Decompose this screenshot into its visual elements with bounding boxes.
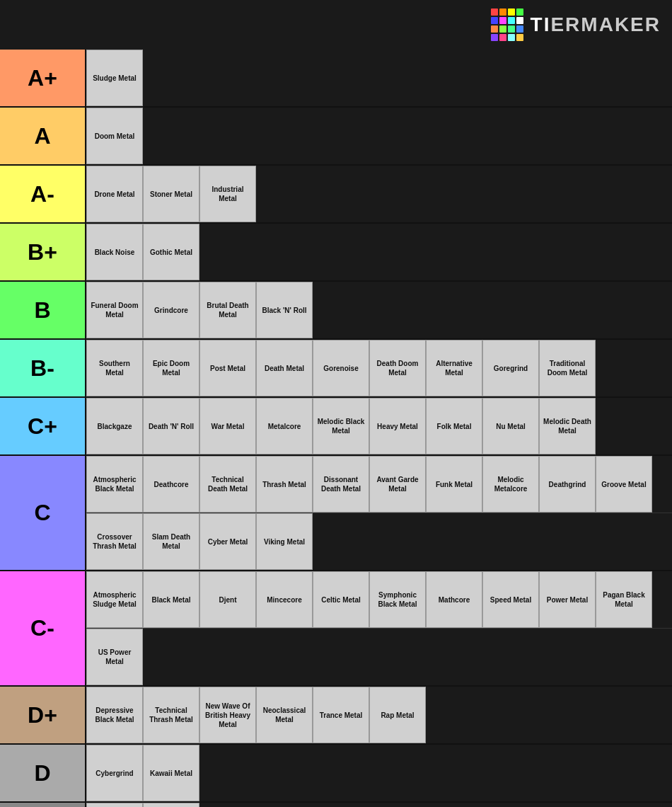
tier-items-bminus: Southern MetalEpic Doom MetalPost MetalD… xyxy=(85,340,672,396)
tier-item[interactable]: Post Metal xyxy=(199,340,256,396)
tier-items-dminus: Symphonic MetalProgressive Metal xyxy=(85,803,672,807)
tier-row-a: ADoom Metal xyxy=(0,108,672,166)
tier-item[interactable]: Speed Metal xyxy=(482,571,539,628)
tier-row-dplus: D+Depressive Black MetalTechnical Thrash… xyxy=(0,687,672,745)
tier-label-cminus: C- xyxy=(0,571,85,685)
tier-items-aminus: Drone MetalStoner MetalIndustrial Metal xyxy=(85,166,672,222)
tier-items-b: Funeral Doom MetalGrindcoreBrutal Death … xyxy=(85,282,672,338)
tier-item[interactable]: Funeral Doom Metal xyxy=(86,282,143,338)
tier-row-d: DCybergrindKawaii Metal xyxy=(0,745,672,803)
tier-label-dminus: D- xyxy=(0,803,85,807)
tier-item[interactable]: Viking Metal xyxy=(256,513,313,570)
tier-item[interactable]: Metalcore xyxy=(256,398,313,454)
tier-item[interactable]: Groove Metal xyxy=(596,456,652,513)
tier-item[interactable]: Traditional Doom Metal xyxy=(539,340,596,396)
tier-item[interactable]: Symphonic Metal xyxy=(86,803,143,807)
tier-row-aplus: A+Sludge Metal xyxy=(0,50,672,108)
tier-item[interactable]: Thrash Metal xyxy=(256,456,313,513)
logo-grid xyxy=(491,8,523,41)
tier-item[interactable]: Southern Metal xyxy=(86,340,143,396)
tier-item[interactable]: Black Metal xyxy=(143,571,199,628)
tier-item[interactable]: Drone Metal xyxy=(86,166,143,222)
header: TiERMAKER xyxy=(0,0,672,50)
logo-text: TiERMAKER xyxy=(531,13,661,36)
tier-item[interactable]: Black 'N' Roll xyxy=(256,282,313,338)
tier-item[interactable]: Folk Metal xyxy=(426,398,482,454)
tier-item[interactable]: Deathcore xyxy=(143,456,199,513)
tier-item[interactable]: Melodic Death Metal xyxy=(539,398,596,454)
tier-item[interactable]: Atmospheric Black Metal xyxy=(86,456,143,513)
tier-item[interactable]: Mincecore xyxy=(256,571,313,628)
tier-label-d: D xyxy=(0,745,85,801)
tier-item[interactable]: Depressive Black Metal xyxy=(86,687,143,743)
tier-item[interactable]: Death 'N' Roll xyxy=(143,398,199,454)
tier-row-cminus: C-Atmospheric Sludge MetalBlack MetalDje… xyxy=(0,571,672,687)
tier-label-aplus: A+ xyxy=(0,50,85,106)
tier-item[interactable]: Death Metal xyxy=(256,340,313,396)
tier-item[interactable]: Melodic Metalcore xyxy=(482,456,539,513)
tier-label-a: A xyxy=(0,108,85,164)
tier-items-a: Doom Metal xyxy=(85,108,672,164)
tier-items-c: Atmospheric Black MetalDeathcoreTechnica… xyxy=(85,456,672,570)
tier-item[interactable]: Industrial Metal xyxy=(199,166,256,222)
tier-item[interactable]: New Wave Of British Heavy Metal xyxy=(199,687,256,743)
tier-item[interactable]: Cyber Metal xyxy=(199,513,256,570)
tier-item[interactable]: Gorenoise xyxy=(313,340,369,396)
tier-item[interactable]: Black Noise xyxy=(86,224,143,280)
tier-item[interactable]: Stoner Metal xyxy=(143,166,199,222)
tier-item[interactable]: Epic Doom Metal xyxy=(143,340,199,396)
tier-item[interactable]: Blackgaze xyxy=(86,398,143,454)
tier-item[interactable]: Heavy Metal xyxy=(369,398,426,454)
tier-item[interactable]: Gothic Metal xyxy=(143,224,199,280)
tier-item[interactable]: Doom Metal xyxy=(86,108,143,164)
tier-row-aminus: A-Drone MetalStoner MetalIndustrial Meta… xyxy=(0,166,672,224)
tier-item[interactable]: Power Metal xyxy=(539,571,596,628)
tier-items-cplus: BlackgazeDeath 'N' RollWar MetalMetalcor… xyxy=(85,398,672,454)
tier-item[interactable]: Djent xyxy=(199,571,256,628)
tier-item[interactable]: Cybergrind xyxy=(86,745,143,801)
tier-item[interactable]: Deathgrind xyxy=(539,456,596,513)
tier-item[interactable]: Progressive Metal xyxy=(143,803,199,807)
tier-label-bminus: B- xyxy=(0,340,85,396)
tier-label-c: C xyxy=(0,456,85,570)
tier-label-bplus: B+ xyxy=(0,224,85,280)
tier-item[interactable]: War Metal xyxy=(199,398,256,454)
tier-item[interactable]: Kawaii Metal xyxy=(143,745,199,801)
tier-row-cplus: C+BlackgazeDeath 'N' RollWar MetalMetalc… xyxy=(0,398,672,456)
tier-container: TiERMAKER A+Sludge MetalADoom MetalA-Dro… xyxy=(0,0,672,807)
tier-row-bminus: B-Southern MetalEpic Doom MetalPost Meta… xyxy=(0,340,672,398)
tier-item[interactable]: Nu Metal xyxy=(482,398,539,454)
logo: TiERMAKER xyxy=(491,8,661,41)
tier-item[interactable]: Sludge Metal xyxy=(86,50,143,106)
tier-item[interactable]: Death Doom Metal xyxy=(369,340,426,396)
tier-row-dminus: D-Symphonic MetalProgressive Metal xyxy=(0,803,672,807)
tier-item[interactable]: Dissonant Death Metal xyxy=(313,456,369,513)
tier-item[interactable]: Alternative Metal xyxy=(426,340,482,396)
tier-item[interactable]: Brutal Death Metal xyxy=(199,282,256,338)
tier-item[interactable]: Funk Metal xyxy=(426,456,482,513)
tier-item[interactable]: Technical Death Metal xyxy=(199,456,256,513)
tier-item[interactable]: Atmospheric Sludge Metal xyxy=(86,571,143,628)
tier-item[interactable]: Neoclassical Metal xyxy=(256,687,313,743)
tier-item[interactable]: Celtic Metal xyxy=(313,571,369,628)
tier-item[interactable]: Avant Garde Metal xyxy=(369,456,426,513)
tier-row-bplus: B+Black NoiseGothic Metal xyxy=(0,224,672,282)
tier-items-bplus: Black NoiseGothic Metal xyxy=(85,224,672,280)
tier-label-aminus: A- xyxy=(0,166,85,222)
tier-item[interactable]: Grindcore xyxy=(143,282,199,338)
tier-item[interactable]: Technical Thrash Metal xyxy=(143,687,199,743)
tier-label-dplus: D+ xyxy=(0,687,85,743)
tier-label-cplus: C+ xyxy=(0,398,85,454)
tier-item[interactable]: Trance Metal xyxy=(313,687,369,743)
tier-item[interactable]: Melodic Black Metal xyxy=(313,398,369,454)
tier-item[interactable]: Mathcore xyxy=(426,571,482,628)
tier-item[interactable]: US Power Metal xyxy=(86,629,143,685)
tier-item[interactable]: Crossover Thrash Metal xyxy=(86,513,143,570)
tier-item[interactable]: Slam Death Metal xyxy=(143,513,199,570)
tier-items-cminus: Atmospheric Sludge MetalBlack MetalDjent… xyxy=(85,571,672,685)
tier-items-d: CybergrindKawaii Metal xyxy=(85,745,672,801)
tier-item[interactable]: Rap Metal xyxy=(369,687,426,743)
tier-item[interactable]: Symphonic Black Metal xyxy=(369,571,426,628)
tier-item[interactable]: Goregrind xyxy=(482,340,539,396)
tier-item[interactable]: Pagan Black Metal xyxy=(596,571,652,628)
